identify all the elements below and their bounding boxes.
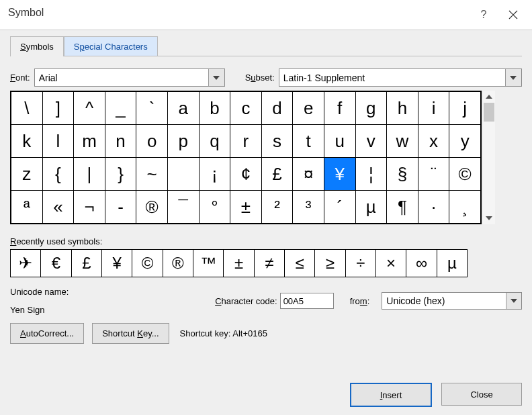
- recent-symbol[interactable]: ±: [224, 250, 254, 277]
- symbol-cell[interactable]: k: [11, 125, 43, 158]
- recent-symbol[interactable]: ™: [193, 250, 223, 277]
- symbol-cell[interactable]: ¯: [167, 191, 199, 224]
- shortcut-key-button[interactable]: Shortcut Key...: [92, 323, 169, 344]
- tab-symbols[interactable]: Symbols: [10, 36, 64, 56]
- subset-combo[interactable]: [279, 68, 522, 87]
- close-button[interactable]: Close: [441, 383, 522, 406]
- symbol-cell[interactable]: £: [261, 158, 293, 191]
- recent-symbol[interactable]: ✈: [11, 250, 41, 277]
- scroll-up-button[interactable]: [483, 91, 495, 103]
- symbol-cell[interactable]: ¶: [387, 191, 418, 224]
- recent-symbol[interactable]: ≠: [254, 250, 284, 277]
- symbol-cell[interactable]: }: [105, 158, 136, 191]
- font-dropdown-arrow[interactable]: [208, 69, 224, 86]
- symbol-cell-selected[interactable]: ¥: [324, 158, 355, 191]
- symbol-cell[interactable]: ]: [42, 92, 74, 125]
- symbol-cell[interactable]: |: [74, 158, 105, 191]
- symbol-cell[interactable]: s: [261, 125, 293, 158]
- symbol-cell[interactable]: h: [387, 92, 418, 125]
- symbol-cell[interactable]: ¸: [449, 191, 481, 224]
- symbol-cell[interactable]: ¦: [355, 158, 387, 191]
- symbol-cell[interactable]: m: [74, 125, 105, 158]
- symbol-cell[interactable]: i: [418, 92, 449, 125]
- character-code-input[interactable]: [280, 293, 334, 309]
- symbol-cell[interactable]: j: [449, 92, 481, 125]
- grid-scrollbar[interactable]: [483, 91, 495, 224]
- autocorrect-button[interactable]: AutoCorrect...: [10, 323, 84, 344]
- recently-used-symbols[interactable]: ✈€£¥©®™±≠≤≥÷×∞µ: [10, 249, 468, 277]
- symbol-cell[interactable]: µ: [355, 191, 387, 224]
- symbol-cell[interactable]: p: [167, 125, 199, 158]
- symbol-cell[interactable]: \: [11, 92, 43, 125]
- symbol-cell[interactable]: °: [199, 191, 230, 224]
- from-input[interactable]: [382, 293, 506, 309]
- symbol-cell[interactable]: ®: [136, 191, 168, 224]
- symbol-cell[interactable]: z: [11, 158, 43, 191]
- symbol-cell[interactable]: §: [387, 158, 418, 191]
- symbol-cell[interactable]: ¡: [199, 158, 230, 191]
- symbol-cell[interactable]: n: [105, 125, 136, 158]
- recent-symbol[interactable]: µ: [437, 250, 467, 277]
- symbol-cell[interactable]: ª: [11, 191, 43, 224]
- symbol-cell[interactable]: q: [199, 125, 230, 158]
- symbol-cell[interactable]: ~: [136, 158, 168, 191]
- symbol-cell[interactable]: e: [293, 92, 324, 125]
- symbol-cell[interactable]: c: [230, 92, 262, 125]
- symbol-cell[interactable]: d: [261, 92, 293, 125]
- symbol-cell[interactable]: t: [293, 125, 324, 158]
- symbol-cell[interactable]: a: [167, 92, 199, 125]
- symbol-cell[interactable]: _: [105, 92, 136, 125]
- from-dropdown-arrow[interactable]: [506, 293, 521, 309]
- recent-symbol[interactable]: ®: [163, 250, 193, 277]
- font-combo[interactable]: [34, 68, 225, 87]
- symbol-cell[interactable]: u: [324, 125, 355, 158]
- scroll-thumb[interactable]: [484, 103, 494, 122]
- insert-button[interactable]: Insert: [350, 383, 432, 407]
- symbol-cell[interactable]: x: [418, 125, 449, 158]
- recent-symbol[interactable]: ¥: [101, 250, 132, 277]
- scroll-down-button[interactable]: [483, 212, 495, 224]
- symbol-cell[interactable]: w: [387, 125, 418, 158]
- recent-symbol[interactable]: €: [41, 250, 71, 277]
- symbol-cell[interactable]: ´: [324, 191, 355, 224]
- symbol-cell[interactable]: ¬: [74, 191, 105, 224]
- symbol-cell[interactable]: b: [199, 92, 230, 125]
- symbol-cell[interactable]: ­-: [105, 191, 136, 224]
- symbol-cell[interactable]: [167, 158, 199, 191]
- from-combo[interactable]: [382, 292, 522, 310]
- symbol-cell[interactable]: ±: [230, 191, 262, 224]
- recent-symbol[interactable]: ∞: [406, 250, 437, 277]
- symbol-cell[interactable]: «: [42, 191, 74, 224]
- symbol-cell[interactable]: l: [42, 125, 74, 158]
- close-window-button[interactable]: [498, 0, 528, 30]
- symbol-grid[interactable]: \]^_`abcdefghijklmnopqrstuvwxyz{|}~ ¡¢£¤…: [10, 91, 482, 224]
- recent-symbol[interactable]: £: [71, 250, 101, 277]
- symbol-cell[interactable]: {: [42, 158, 74, 191]
- recent-symbol[interactable]: ©: [132, 250, 163, 277]
- subset-dropdown-arrow[interactable]: [505, 69, 521, 86]
- recent-symbol[interactable]: ≥: [315, 250, 345, 277]
- symbol-cell[interactable]: g: [355, 92, 387, 125]
- symbol-cell[interactable]: o: [136, 125, 168, 158]
- symbol-cell[interactable]: ¤: [293, 158, 324, 191]
- symbol-cell[interactable]: ¢: [230, 158, 262, 191]
- symbol-cell[interactable]: y: [449, 125, 481, 158]
- scroll-track[interactable]: [483, 103, 495, 212]
- subset-input[interactable]: [279, 69, 505, 86]
- recent-symbol[interactable]: ≤: [284, 250, 314, 277]
- symbol-cell[interactable]: `: [136, 92, 168, 125]
- symbol-cell[interactable]: v: [355, 125, 387, 158]
- font-input[interactable]: [35, 69, 208, 86]
- symbol-cell[interactable]: r: [230, 125, 262, 158]
- symbol-cell[interactable]: f: [324, 92, 355, 125]
- recent-symbol[interactable]: ÷: [345, 250, 375, 277]
- symbol-cell[interactable]: ¨: [418, 158, 449, 191]
- symbol-cell[interactable]: ^: [74, 92, 105, 125]
- recent-symbol[interactable]: ×: [375, 250, 406, 277]
- symbol-cell[interactable]: ²: [261, 191, 293, 224]
- help-button[interactable]: ?: [469, 0, 498, 30]
- symbol-cell[interactable]: ³: [293, 191, 324, 224]
- symbol-cell[interactable]: ·: [418, 191, 449, 224]
- tab-special-characters[interactable]: Special Characters: [64, 36, 158, 56]
- symbol-cell[interactable]: ©: [449, 158, 481, 191]
